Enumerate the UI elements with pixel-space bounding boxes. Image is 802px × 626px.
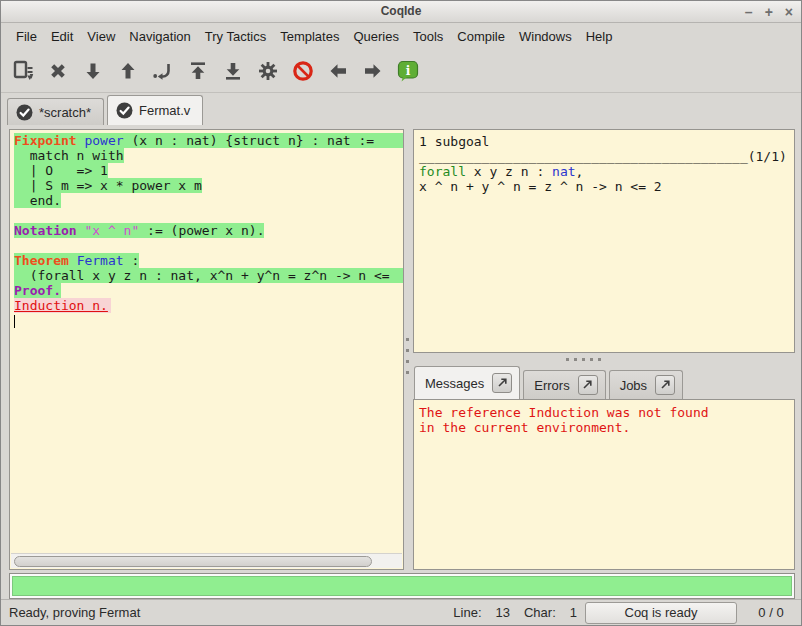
titlebar[interactable]: CoqIde – + × — [1, 1, 801, 23]
statusbar: Ready, proving Fermat Line: 13 Char: 1 C… — [1, 599, 801, 625]
run-to-end-button[interactable] — [221, 59, 245, 83]
editor-horizontal-scrollbar[interactable] — [11, 553, 402, 568]
goals-view: 1 subgoal_______________________________… — [414, 130, 794, 194]
coq-status-button[interactable]: Coq is ready — [585, 602, 737, 624]
goto-cursor-icon — [151, 59, 175, 83]
interrupt-icon — [291, 59, 315, 83]
script-editor[interactable]: Fixpoint power (x n : nat) {struct n} : … — [10, 130, 403, 328]
menu-navigation[interactable]: Navigation — [122, 25, 197, 48]
message-line: The reference Induction was not found — [419, 405, 794, 420]
restart-icon — [186, 59, 210, 83]
jobs-count: 0 / 0 — [751, 605, 791, 620]
code-line — [14, 238, 403, 253]
code-line: Theorem Fermat : — [14, 253, 403, 268]
text-cursor — [14, 315, 15, 328]
goals-pane[interactable]: 1 subgoal_______________________________… — [413, 129, 795, 353]
menu-try-tactics[interactable]: Try Tactics — [198, 25, 273, 48]
interrupt-button[interactable] — [291, 59, 315, 83]
menu-windows[interactable]: Windows — [512, 25, 579, 48]
step-forward-button[interactable] — [81, 59, 105, 83]
char-label: Char: — [524, 605, 556, 620]
close-doc-button[interactable] — [46, 59, 70, 83]
detach-messages-button[interactable] — [492, 373, 512, 393]
tab-label: Jobs — [620, 378, 647, 393]
line-value: 13 — [496, 605, 510, 620]
status-position: Line: 13 Char: 1 Coq is ready 0 / 0 — [439, 602, 791, 624]
message-line: in the current environment. — [419, 420, 794, 435]
code-line — [14, 208, 403, 223]
main-area: Fixpoint power (x n : nat) {struct n} : … — [1, 125, 801, 601]
svg-text:i: i — [406, 63, 411, 77]
code-line: Notation "x ^ n" := (power x n). — [14, 223, 403, 238]
prev-icon — [326, 59, 350, 83]
step-back-button[interactable] — [116, 59, 140, 83]
tab-fermat-v[interactable]: Fermat.v — [107, 95, 203, 125]
tab-label: Fermat.v — [139, 103, 190, 118]
tab-label: Errors — [534, 378, 569, 393]
code-line: match n with — [14, 148, 403, 163]
menu-compile[interactable]: Compile — [450, 25, 512, 48]
tab-label: *scratch* — [39, 105, 91, 120]
progress-bar-fill — [12, 576, 792, 596]
messages-pane[interactable]: The reference Induction was not foundin … — [413, 399, 795, 570]
code-line: Fixpoint power (x n : nat) {struct n} : … — [14, 133, 403, 148]
step-back-icon — [116, 59, 140, 83]
horizontal-splitter[interactable] — [566, 356, 601, 362]
check-icon — [16, 104, 33, 121]
code-line: 1 subgoal — [419, 134, 794, 149]
code-line: | S m => x * power x m — [14, 178, 403, 193]
detach-arrow-icon — [582, 378, 593, 393]
minimize-icon[interactable]: – — [745, 1, 753, 23]
menu-help[interactable]: Help — [579, 25, 620, 48]
code-line: forall x y z n : nat, — [419, 164, 794, 179]
menu-edit[interactable]: Edit — [44, 25, 80, 48]
menu-queries[interactable]: Queries — [346, 25, 406, 48]
code-line: ________________________________________… — [419, 149, 794, 164]
gear-button[interactable] — [256, 59, 280, 83]
tab-messages[interactable]: Messages — [414, 366, 520, 399]
next-button[interactable] — [361, 59, 385, 83]
code-line: x ^ n + y ^ n = z ^ n -> n <= 2 — [419, 179, 794, 194]
about-button[interactable]: i — [396, 59, 420, 83]
scrollbar-thumb[interactable] — [14, 556, 372, 567]
code-line — [14, 313, 403, 328]
about-icon: i — [396, 59, 420, 83]
save-button[interactable] — [11, 59, 35, 83]
maximize-icon[interactable]: + — [765, 1, 773, 23]
window-controls: – + × — [745, 1, 793, 23]
save-icon — [11, 59, 35, 83]
toolbar: i — [1, 49, 801, 93]
menubar: FileEditViewNavigationTry TacticsTemplat… — [1, 23, 801, 49]
vertical-splitter[interactable] — [404, 338, 411, 374]
window-title: CoqIde — [1, 1, 801, 22]
tab-scratch[interactable]: *scratch* — [7, 98, 104, 125]
code-line: (forall x y z n : nat, x^n + y^n = z^n -… — [14, 268, 403, 283]
tab-errors[interactable]: Errors — [523, 370, 605, 399]
status-message: Ready, proving Fermat — [1, 605, 439, 620]
editor-tabbar: *scratch*Fermat.v — [1, 94, 801, 125]
menu-file[interactable]: File — [9, 25, 44, 48]
tab-jobs[interactable]: Jobs — [609, 370, 683, 399]
menu-view[interactable]: View — [80, 25, 122, 48]
detach-arrow-icon — [497, 376, 508, 391]
code-line: | O => 1 — [14, 163, 403, 178]
messages-tabbar: MessagesErrorsJobs — [414, 365, 683, 399]
menu-tools[interactable]: Tools — [406, 25, 450, 48]
progress-bar — [9, 573, 795, 599]
messages-view: The reference Induction was not foundin … — [414, 400, 794, 435]
code-line: end. — [14, 193, 403, 208]
step-forward-icon — [81, 59, 105, 83]
prev-button[interactable] — [326, 59, 350, 83]
close-icon[interactable]: × — [785, 1, 793, 23]
run-to-end-icon — [221, 59, 245, 83]
tab-label: Messages — [425, 376, 484, 391]
detach-jobs-button[interactable] — [655, 375, 675, 395]
next-icon — [361, 59, 385, 83]
detach-errors-button[interactable] — [578, 375, 598, 395]
detach-arrow-icon — [660, 378, 671, 393]
restart-button[interactable] — [186, 59, 210, 83]
menu-templates[interactable]: Templates — [273, 25, 346, 48]
script-editor-pane[interactable]: Fixpoint power (x n : nat) {struct n} : … — [9, 129, 404, 570]
goto-cursor-button[interactable] — [151, 59, 175, 83]
code-line: Induction n. — [14, 298, 403, 313]
